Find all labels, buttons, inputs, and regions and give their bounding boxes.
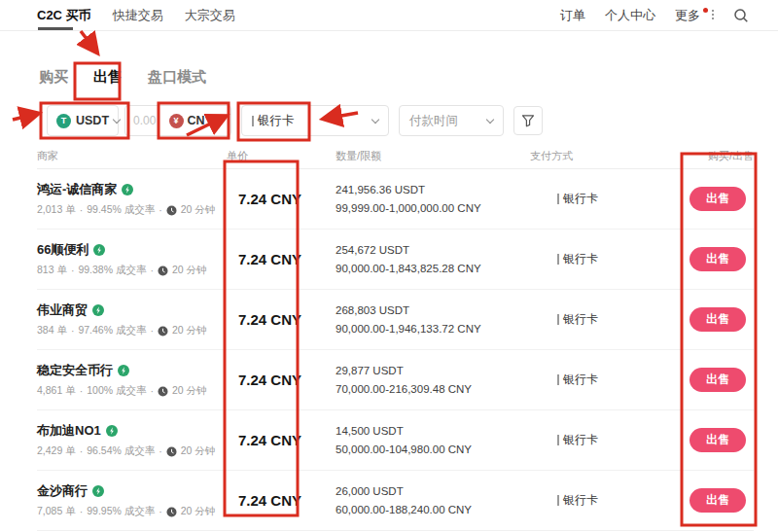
sell-button[interactable]: 出售 bbox=[690, 307, 746, 332]
unit-price: 7.24 CNY bbox=[227, 492, 336, 509]
merchant-name[interactable]: 稳定安全币行 bbox=[37, 362, 113, 379]
limit-range: 90,000.00-1,843,825.28 CNY bbox=[336, 260, 530, 277]
unit-price: 7.24 CNY bbox=[227, 311, 336, 328]
clock-icon bbox=[166, 205, 177, 216]
notification-dot-icon bbox=[703, 8, 708, 13]
unit-price: 7.24 CNY bbox=[227, 251, 336, 267]
table-row: 伟业商贸 384 单· 97.46% 成交率· 20 分钟 7.24 CNY 2… bbox=[37, 290, 754, 350]
search-icon[interactable] bbox=[733, 8, 749, 23]
amount-fiat-group: ¥ CNY bbox=[124, 105, 231, 136]
table-row: 布加迪NO1 2,429 单· 96.54% 成交率· 20 分钟 7.24 C… bbox=[37, 410, 754, 471]
sell-button[interactable]: 出售 bbox=[690, 247, 746, 271]
payment-color-bar-icon bbox=[557, 314, 559, 325]
limit-range: 99,999.00-1,000,000.00 CNY bbox=[336, 199, 530, 217]
crypto-select[interactable]: T USDT bbox=[47, 105, 119, 136]
merchant-name[interactable]: 鸿运-诚信商家 bbox=[37, 181, 117, 198]
chevron-down-icon bbox=[216, 115, 224, 123]
amount-limit-cell: 268,803 USDT 90,000.00-1,946,133.72 CNY bbox=[336, 301, 530, 337]
payment-color-bar-icon bbox=[557, 495, 559, 506]
sell-button[interactable]: 出售 bbox=[690, 488, 746, 513]
nav-item-block-trade[interactable]: 大宗交易 bbox=[185, 0, 235, 30]
nav-item-express-trade[interactable]: 快捷交易 bbox=[113, 0, 163, 30]
amount-limit-cell: 241,956.36 USDT 99,999.00-1,000,000.00 C… bbox=[336, 181, 530, 217]
time-select-value: 付款时间 bbox=[409, 113, 458, 129]
payment-method: 银行卡 bbox=[530, 432, 658, 448]
unit-price: 7.24 CNY bbox=[227, 191, 336, 207]
tab-sell[interactable]: 出售 bbox=[93, 66, 123, 87]
payment-time-select[interactable]: 付款时间 bbox=[399, 105, 504, 136]
clock-icon bbox=[158, 326, 168, 337]
table-row: 66顺便利 813 单· 99.38% 成交率· 20 分钟 7.24 CNY … bbox=[37, 230, 754, 290]
payment-color-bar-icon bbox=[557, 435, 559, 445]
verified-badge-icon bbox=[93, 244, 105, 256]
payment-method: 银行卡 bbox=[530, 191, 658, 207]
sell-button[interactable]: 出售 bbox=[690, 368, 746, 392]
offers-table: 商家 单价 数量/限额 支付方式 购买/出售 鸿运-诚信商家 2,013 单· … bbox=[37, 149, 754, 531]
merchant-name[interactable]: 布加迪NO1 bbox=[37, 422, 101, 440]
c2c-trading-page: C2C 买币 快捷交易 大宗交易 订单 个人中心 更多 购买 出售 盘口模式 T bbox=[0, 0, 778, 532]
verified-badge-icon bbox=[106, 425, 118, 437]
merchant-name[interactable]: 金沙商行 bbox=[37, 482, 88, 500]
fiat-select-value: CNY bbox=[188, 114, 213, 127]
clock-icon bbox=[166, 507, 177, 517]
nav-right: 订单 个人中心 更多 bbox=[560, 7, 749, 24]
fiat-select[interactable]: ¥ CNY bbox=[169, 114, 223, 128]
sell-button[interactable]: 出售 bbox=[690, 428, 746, 452]
trade-side-tabs: 购买 出售 盘口模式 bbox=[0, 66, 778, 87]
header-price: 单价 bbox=[227, 149, 336, 163]
clock-icon bbox=[166, 446, 177, 457]
clock-icon bbox=[158, 266, 168, 276]
header-merchant: 商家 bbox=[37, 149, 227, 163]
payment-method-select[interactable]: 银行卡 bbox=[241, 105, 389, 136]
amount-input[interactable] bbox=[133, 114, 164, 127]
limit-range: 90,000.00-1,946,133.72 CNY bbox=[336, 320, 530, 337]
limit-range: 60,000.00-188,240.00 CNY bbox=[336, 501, 530, 518]
verified-badge-icon bbox=[122, 184, 133, 195]
nav-item-c2c[interactable]: C2C 买币 bbox=[37, 0, 91, 30]
unit-price: 7.24 CNY bbox=[227, 432, 336, 448]
nav-item-profile[interactable]: 个人中心 bbox=[605, 7, 655, 24]
verified-badge-icon bbox=[118, 365, 129, 376]
payment-color-bar-icon bbox=[252, 116, 254, 126]
nav-item-orders[interactable]: 订单 bbox=[560, 7, 585, 24]
merchant-stats: 7,085 单· 99.95% 成交率· 20 分钟 bbox=[37, 505, 227, 518]
amount-limit-cell: 26,000 USDT 60,000.00-188,240.00 CNY bbox=[336, 482, 530, 518]
top-navigation: C2C 买币 快捷交易 大宗交易 订单 个人中心 更多 bbox=[0, 0, 778, 31]
merchant-stats: 2,429 单· 96.54% 成交率· 20 分钟 bbox=[37, 444, 227, 458]
merchant-name[interactable]: 伟业商贸 bbox=[37, 301, 88, 319]
funnel-icon bbox=[521, 114, 535, 127]
clock-icon bbox=[158, 386, 168, 397]
header-amount-limit: 数量/限额 bbox=[336, 149, 530, 163]
unit-price: 7.24 CNY bbox=[227, 372, 336, 388]
usdt-coin-icon: T bbox=[56, 114, 71, 128]
merchant-name[interactable]: 66顺便利 bbox=[37, 241, 88, 259]
chevron-down-icon bbox=[486, 115, 494, 123]
more-label: 更多 bbox=[675, 7, 700, 24]
advanced-filter-button[interactable] bbox=[513, 106, 543, 135]
table-row: 稳定安全币行 4,861 单· 100% 成交率· 20 分钟 7.24 CNY… bbox=[37, 350, 754, 410]
nav-left: C2C 买币 快捷交易 大宗交易 bbox=[37, 0, 235, 30]
merchant-stats: 2,013 单· 99.45% 成交率· 20 分钟 bbox=[37, 203, 227, 217]
tab-orderbook-mode[interactable]: 盘口模式 bbox=[148, 66, 206, 87]
sell-button[interactable]: 出售 bbox=[690, 187, 746, 211]
table-header: 商家 单价 数量/限额 支付方式 购买/出售 bbox=[37, 149, 754, 169]
payment-color-bar-icon bbox=[557, 254, 559, 265]
chevron-down-icon bbox=[371, 115, 379, 123]
nav-item-more[interactable]: 更多 bbox=[675, 7, 714, 24]
chevron-down-icon bbox=[113, 115, 121, 123]
payment-color-bar-icon bbox=[557, 194, 559, 204]
payment-method: 银行卡 bbox=[530, 372, 658, 388]
filter-bar: T USDT ¥ CNY 银行卡 付款时间 bbox=[0, 105, 778, 136]
payment-color-bar-icon bbox=[557, 374, 559, 385]
cny-coin-icon: ¥ bbox=[169, 114, 184, 128]
amount-limit-cell: 29,877 USDT 70,000.00-216,309.48 CNY bbox=[336, 362, 530, 398]
available-amount: 29,877 USDT bbox=[336, 362, 530, 379]
tab-buy[interactable]: 购买 bbox=[39, 66, 68, 87]
limit-range: 70,000.00-216,309.48 CNY bbox=[336, 380, 530, 398]
table-row: 金沙商行 7,085 单· 99.95% 成交率· 20 分钟 7.24 CNY… bbox=[37, 471, 754, 531]
amount-limit-cell: 14,500 USDT 50,000.00-104,980.00 CNY bbox=[336, 422, 530, 458]
crypto-select-value: USDT bbox=[76, 114, 109, 127]
payment-select-value: 银行卡 bbox=[258, 113, 295, 129]
available-amount: 14,500 USDT bbox=[336, 422, 530, 440]
available-amount: 26,000 USDT bbox=[336, 482, 530, 500]
